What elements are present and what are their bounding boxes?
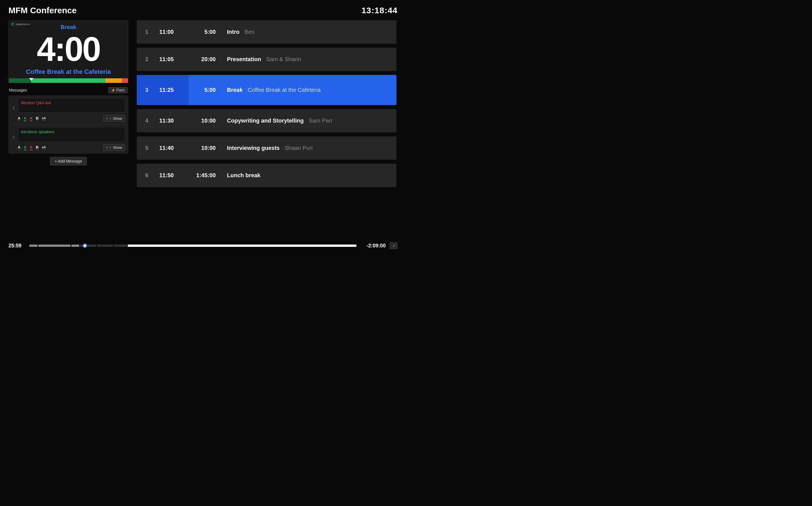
preview-time: 4:00 (12, 32, 125, 66)
fullscreen-icon: ⤢ (392, 244, 395, 248)
remaining-time: -2:09:00 (360, 243, 386, 249)
agenda-title: Interviewing guests (227, 145, 280, 151)
agenda-speaker: Shaan Puri (285, 145, 313, 151)
agenda-number: 3 (145, 87, 159, 93)
agenda-row[interactable]: 4 11:30 10:00 Copywriting and Storytelli… (137, 109, 396, 133)
progress-marker-icon (29, 78, 33, 81)
bolt-icon: ⚡ (112, 88, 115, 92)
agenda-list: 1 11:00 5:00 Intro Ben 2 11:05 20:00 Pre… (137, 20, 397, 235)
message-number: 2 (12, 127, 15, 139)
color-green-button[interactable]: A (24, 116, 26, 121)
status-dot-icon (106, 147, 108, 149)
agenda-start-time: 11:25 (159, 87, 190, 93)
agenda-speaker: Sam & Shann (266, 56, 301, 63)
agenda-start-time: 11:05 (159, 56, 190, 63)
agenda-row[interactable]: 3 11:25 5:00 Break Coffee Break at the C… (137, 75, 396, 105)
agenda-duration: 5:00 (190, 29, 227, 35)
footer-timeline: 25:59 -2:09:00 ⤢ (8, 238, 397, 253)
message-input[interactable]: Introduce speakers (18, 127, 125, 142)
preview-progress (9, 78, 128, 83)
message-card: 1 Mention Q&A link A A A B aA ↑ Show (8, 95, 128, 124)
show-message-button[interactable]: ↑ Show (103, 115, 125, 122)
agenda-number: 5 (145, 145, 159, 151)
clock: 13:18:44 (361, 6, 397, 15)
brand-logo: stagetimer.io (12, 23, 30, 26)
color-green-button[interactable]: A (24, 145, 26, 150)
color-white-button[interactable]: A (18, 145, 20, 150)
agenda-number: 1 (145, 29, 159, 35)
case-button[interactable]: aA (42, 116, 46, 120)
timeline-segment (114, 245, 127, 247)
agenda-row[interactable]: 1 11:00 5:00 Intro Ben (137, 20, 396, 44)
agenda-start-time: 11:40 (159, 145, 190, 151)
timeline-segment (97, 245, 113, 247)
add-message-button[interactable]: + Add Message (50, 157, 87, 165)
arrow-up-icon: ↑ (109, 116, 112, 120)
timeline-segment (29, 245, 38, 247)
preview-subtitle: Coffee Break at the Cafeteria (12, 68, 125, 76)
bold-button[interactable]: B (36, 116, 39, 121)
agenda-duration: 1:45:00 (190, 172, 227, 179)
agenda-duration: 5:00 (190, 87, 227, 93)
header: MFM Conference 13:18:44 (8, 6, 397, 15)
agenda-duration: 10:00 (190, 117, 227, 124)
timeline-scrubber[interactable] (29, 244, 356, 247)
show-message-button[interactable]: ↑ Show (103, 144, 125, 151)
color-white-button[interactable]: A (18, 116, 20, 121)
status-dot-icon (106, 118, 108, 119)
color-red-button[interactable]: A (30, 145, 32, 150)
agenda-duration: 20:00 (190, 56, 227, 63)
case-button[interactable]: aA (42, 145, 46, 150)
elapsed-time: 25:59 (8, 243, 25, 249)
bold-button[interactable]: B (36, 145, 39, 150)
agenda-title: Lunch break (227, 172, 261, 179)
agenda-number: 2 (145, 56, 159, 63)
format-toolbar: A A A B aA (18, 145, 46, 150)
arrow-up-icon: ↑ (109, 145, 112, 150)
page-title: MFM Conference (8, 6, 77, 15)
agenda-title: Intro (227, 29, 239, 35)
agenda-speaker: Ben (244, 29, 254, 35)
agenda-start-time: 11:50 (159, 172, 190, 179)
timeline-segment (128, 245, 356, 247)
fullscreen-button[interactable]: ⤢ (390, 242, 397, 249)
agenda-speaker: Sam Parr (309, 117, 333, 124)
agenda-title: Presentation (227, 56, 261, 63)
agenda-row[interactable]: 2 11:05 20:00 Presentation Sam & Shann (137, 48, 396, 71)
agenda-number: 6 (145, 172, 159, 179)
agenda-number: 4 (145, 117, 159, 124)
message-number: 1 (12, 98, 15, 110)
agenda-title: Copywriting and Storytelling (227, 117, 304, 124)
message-input[interactable]: Mention Q&A link (18, 98, 125, 113)
brand-icon (12, 23, 14, 26)
agenda-title: Break (227, 87, 243, 93)
agenda-speaker: Coffee Break at the Cafeteria (248, 87, 321, 93)
agenda-row[interactable]: 5 11:40 10:00 Interviewing guests Shaan … (137, 136, 396, 160)
timer-preview: stagetimer.io Break 4:00 Coffee Break at… (8, 20, 128, 83)
brand-text: stagetimer.io (15, 23, 30, 26)
agenda-start-time: 11:30 (159, 117, 190, 124)
format-toolbar: A A A B aA (18, 116, 46, 121)
agenda-row[interactable]: 6 11:50 1:45:00 Lunch break (137, 164, 396, 187)
color-red-button[interactable]: A (30, 116, 32, 121)
timeline-thumb[interactable] (83, 243, 87, 248)
message-card: 2 Introduce speakers A A A B aA ↑ Show (8, 124, 128, 154)
agenda-duration: 10:00 (190, 145, 227, 151)
agenda-start-time: 11:00 (159, 29, 190, 35)
messages-heading: Messages (9, 88, 27, 92)
timeline-segment (39, 245, 71, 247)
flash-button[interactable]: ⚡ Flash (108, 87, 128, 93)
timeline-segment (71, 245, 79, 247)
